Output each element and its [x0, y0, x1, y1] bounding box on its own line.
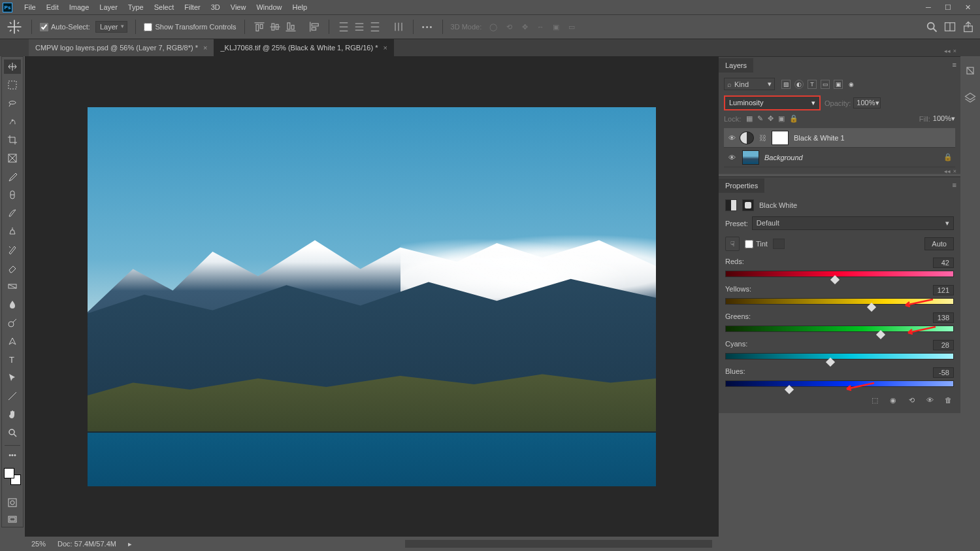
- menu-view[interactable]: View: [225, 3, 252, 11]
- lock-position-icon[interactable]: ✥: [768, 114, 774, 123]
- align-bottom-icon[interactable]: [284, 20, 297, 33]
- layers-panel-menu-icon[interactable]: ≡: [953, 61, 956, 69]
- clone-stamp-tool[interactable]: [4, 224, 21, 239]
- arrange-documents-icon[interactable]: [943, 20, 956, 33]
- align-top-icon[interactable]: [253, 20, 266, 33]
- 3d-camera-icon[interactable]: ▭: [565, 20, 578, 33]
- visibility-toggle-icon[interactable]: 👁: [727, 154, 737, 161]
- layer-item-bw[interactable]: 👁 ⛓ Black & White 1: [724, 128, 955, 148]
- menu-layer[interactable]: Layer: [94, 3, 123, 11]
- cyans-slider[interactable]: Cyans:28: [725, 340, 954, 359]
- mask-icon[interactable]: [742, 199, 754, 211]
- brush-tool[interactable]: [4, 206, 21, 220]
- close-tab-1-icon[interactable]: ×: [203, 44, 207, 52]
- filter-pixel-icon[interactable]: ▧: [781, 80, 791, 89]
- dock-libraries-icon[interactable]: [964, 92, 977, 105]
- dist-top-icon[interactable]: [337, 20, 350, 33]
- healing-brush-tool[interactable]: [4, 188, 21, 202]
- layers-tab[interactable]: Layers: [719, 58, 753, 73]
- close-tab-2-icon[interactable]: ×: [383, 44, 387, 52]
- dock-history-icon[interactable]: [964, 64, 977, 77]
- filter-smart-icon[interactable]: ▣: [834, 80, 843, 89]
- 3d-roll-icon[interactable]: ⟲: [502, 20, 515, 33]
- dodge-tool[interactable]: [4, 316, 21, 330]
- greens-value[interactable]: 138: [933, 312, 954, 323]
- panel-close-icon[interactable]: ×: [953, 48, 956, 54]
- current-tool-icon[interactable]: [5, 19, 24, 35]
- status-zoom[interactable]: 25%: [31, 540, 46, 548]
- lock-transparency-icon[interactable]: ▦: [746, 114, 753, 123]
- foreground-swatch[interactable]: [4, 468, 14, 478]
- show-transform-checkbox[interactable]: Show Transform Controls: [144, 23, 236, 31]
- layer-thumb[interactable]: [742, 150, 759, 165]
- blend-mode-dropdown[interactable]: Luminosity▾: [724, 95, 821, 110]
- reds-value[interactable]: 42: [933, 258, 954, 268]
- toggle-visibility-icon[interactable]: 👁: [924, 395, 936, 405]
- 3d-orbit-icon[interactable]: ◯: [487, 20, 500, 33]
- type-tool[interactable]: T: [4, 352, 21, 367]
- dist-vcenter-icon[interactable]: [353, 20, 366, 33]
- edit-toolbar-icon[interactable]: •••: [8, 451, 16, 459]
- menu-select[interactable]: Select: [149, 3, 180, 11]
- window-close-button[interactable]: ✕: [960, 3, 975, 12]
- greens-slider[interactable]: Greens:138: [725, 312, 954, 332]
- reset-icon[interactable]: ⟲: [906, 395, 917, 405]
- visibility-toggle-icon[interactable]: 👁: [727, 134, 737, 142]
- document-canvas[interactable]: [88, 107, 656, 486]
- shape-tool[interactable]: [4, 389, 21, 403]
- panel-collapse-icon[interactable]: ◂◂: [944, 48, 951, 54]
- 3d-zoom-icon[interactable]: ▣: [549, 20, 563, 33]
- properties-tab[interactable]: Properties: [719, 178, 764, 193]
- status-doc[interactable]: Doc: 57.4M/57.4M: [57, 540, 116, 548]
- layer-name[interactable]: Black & White 1: [794, 134, 953, 142]
- align-left-icon[interactable]: [308, 20, 321, 33]
- tab-document-1[interactable]: CMPW logo layers.psd @ 56% (Layer 7, RGB…: [29, 39, 214, 56]
- panel-close-icon[interactable]: ×: [953, 168, 956, 175]
- menu-help[interactable]: Help: [287, 3, 313, 11]
- menu-filter[interactable]: Filter: [179, 3, 205, 11]
- screen-mode-icon[interactable]: [4, 512, 21, 527]
- tab-document-2[interactable]: _KLJ7068.tif @ 25% (Black & White 1, RGB…: [214, 39, 394, 56]
- menu-image[interactable]: Image: [64, 3, 95, 11]
- pen-tool[interactable]: [4, 334, 21, 348]
- menu-file[interactable]: File: [19, 3, 41, 11]
- move-tool[interactable]: [4, 59, 21, 74]
- lock-pixels-icon[interactable]: ✎: [757, 114, 763, 123]
- more-options-icon[interactable]: •••: [421, 20, 434, 33]
- view-previous-icon[interactable]: ◉: [887, 395, 899, 405]
- marquee-tool[interactable]: [4, 78, 21, 92]
- preset-dropdown[interactable]: Default▾: [752, 216, 954, 230]
- auto-select-checkbox[interactable]: Auto-Select:: [40, 23, 90, 31]
- gradient-tool[interactable]: [4, 279, 21, 293]
- align-vcenter-icon[interactable]: [269, 20, 282, 33]
- zoom-tool[interactable]: [4, 426, 21, 440]
- filter-artboard-icon[interactable]: ◉: [847, 80, 856, 89]
- menu-type[interactable]: Type: [123, 3, 149, 11]
- lock-artboard-icon[interactable]: ▣: [778, 114, 785, 123]
- window-minimize-button[interactable]: ─: [921, 3, 936, 12]
- crop-tool[interactable]: [4, 133, 21, 147]
- blur-tool[interactable]: [4, 297, 21, 312]
- filter-shape-icon[interactable]: ▭: [821, 80, 830, 89]
- cyans-value[interactable]: 28: [933, 340, 954, 350]
- eyedropper-tool[interactable]: [4, 169, 21, 184]
- menu-edit[interactable]: Edit: [41, 3, 64, 11]
- menu-3d[interactable]: 3D: [206, 3, 225, 11]
- properties-panel-menu-icon[interactable]: ≡: [953, 181, 956, 189]
- path-select-tool[interactable]: [4, 371, 21, 385]
- share-icon[interactable]: [962, 20, 975, 33]
- blues-value[interactable]: -58: [933, 367, 954, 378]
- eraser-tool[interactable]: [4, 261, 21, 275]
- menu-window[interactable]: Window: [251, 3, 287, 11]
- filter-adjust-icon[interactable]: ◐: [794, 80, 804, 89]
- layer-name[interactable]: Background: [764, 154, 938, 161]
- status-arrow-icon[interactable]: ▸: [128, 540, 132, 548]
- panel-collapse-icon[interactable]: ◂◂: [944, 168, 951, 175]
- frame-tool[interactable]: [4, 151, 21, 165]
- adjustment-thumb-icon[interactable]: [740, 131, 754, 144]
- tint-checkbox[interactable]: Tint: [745, 240, 768, 248]
- 3d-pan-icon[interactable]: ✥: [518, 20, 531, 33]
- layer-filter-kind-dropdown[interactable]: Kind▾: [724, 78, 775, 90]
- 3d-slide-icon[interactable]: ↔: [534, 20, 547, 33]
- window-maximize-button[interactable]: ☐: [940, 3, 956, 12]
